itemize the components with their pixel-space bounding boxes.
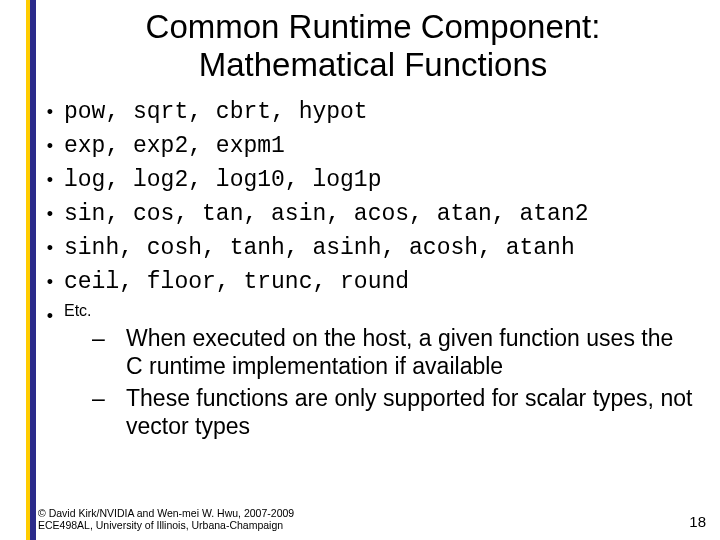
list-item-text: Etc.	[64, 302, 92, 319]
list-item-text: log, log2, log10, log1p	[64, 166, 381, 194]
page-number: 18	[689, 513, 706, 530]
sub-list-item: – When executed on the host, a given fun…	[64, 324, 702, 380]
bullet-list: • pow, sqrt, cbrt, hypot • exp, exp2, ex…	[36, 98, 710, 444]
bullet-dot-icon: •	[36, 132, 64, 160]
bullet-dot-icon: •	[36, 98, 64, 126]
footer-copyright: © David Kirk/NVIDIA and Wen-mei W. Hwu, …	[38, 507, 294, 532]
dash-icon: –	[64, 324, 126, 352]
list-item: • ceil, floor, trunc, round	[36, 268, 702, 296]
sub-list-item: – These functions are only supported for…	[64, 384, 702, 440]
list-item: • sinh, cosh, tanh, asinh, acosh, atanh	[36, 234, 702, 262]
dash-icon: –	[64, 384, 126, 412]
bullet-dot-icon: •	[36, 302, 64, 330]
list-item-text: sinh, cosh, tanh, asinh, acosh, atanh	[64, 234, 575, 262]
title-line-2: Mathematical Functions	[199, 46, 547, 83]
list-item-text: pow, sqrt, cbrt, hypot	[64, 98, 368, 126]
sub-list-item-text: These functions are only supported for s…	[126, 384, 702, 440]
slide-title: Common Runtime Component: Mathematical F…	[36, 8, 710, 84]
slide-content: Common Runtime Component: Mathematical F…	[36, 0, 710, 540]
list-item-etc: • Etc. – When executed on the host, a gi…	[36, 302, 702, 444]
footer-line-1: © David Kirk/NVIDIA and Wen-mei W. Hwu, …	[38, 507, 294, 519]
footer-line-2: ECE498AL, University of Illinois, Urbana…	[38, 519, 283, 531]
list-item: • pow, sqrt, cbrt, hypot	[36, 98, 702, 126]
list-item: • exp, exp2, expm1	[36, 132, 702, 160]
list-item: • log, log2, log10, log1p	[36, 166, 702, 194]
list-item-text: exp, exp2, expm1	[64, 132, 285, 160]
list-item-text: sin, cos, tan, asin, acos, atan, atan2	[64, 200, 589, 228]
sub-bullet-list: – When executed on the host, a given fun…	[64, 324, 702, 440]
sub-list-item-text: When executed on the host, a given funct…	[126, 324, 702, 380]
list-item: • sin, cos, tan, asin, acos, atan, atan2	[36, 200, 702, 228]
bullet-dot-icon: •	[36, 268, 64, 296]
list-item-text: ceil, floor, trunc, round	[64, 268, 409, 296]
bullet-dot-icon: •	[36, 166, 64, 194]
bullet-dot-icon: •	[36, 200, 64, 228]
bullet-dot-icon: •	[36, 234, 64, 262]
title-line-1: Common Runtime Component:	[146, 8, 601, 45]
